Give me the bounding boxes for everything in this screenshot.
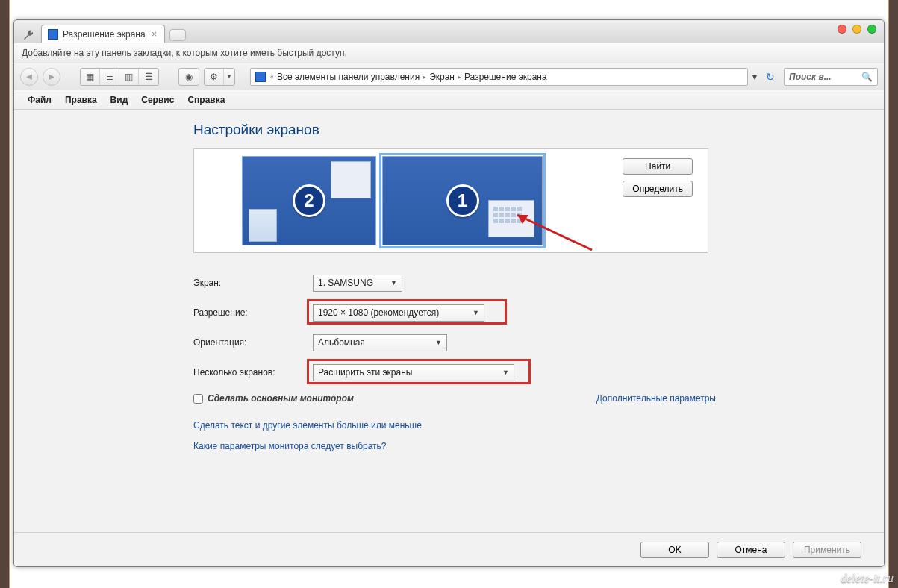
browser-tabstrip: Разрешение экрана × — [14, 20, 884, 43]
screen-label: Экран: — [193, 278, 313, 288]
menu-service[interactable]: Сервис — [135, 93, 180, 107]
orientation-label: Ориентация: — [193, 337, 313, 348]
chevron-left-icon: « — [270, 73, 274, 81]
app-window: Разрешение экрана × Добавляйте на эту па… — [13, 19, 885, 567]
gear-dropdown-icon[interactable]: ▼ — [224, 69, 234, 85]
dialog-footer: OK Отмена Применить — [14, 532, 884, 566]
explorer-toolbar: ◄ ► ▦ ≣ ▥ ☰ ◉ ⚙ ▼ « Все элементы панели … — [14, 63, 884, 90]
resolution-label: Разрешение: — [193, 307, 313, 318]
view-toolbar: ▦ ≣ ▥ ☰ — [80, 68, 159, 86]
monitor-layout-box: 2 1 Найти Определить — [193, 148, 708, 253]
chevron-down-icon: ▼ — [435, 339, 442, 346]
view-details-icon[interactable]: ☰ — [139, 69, 158, 85]
close-window-icon[interactable] — [838, 25, 846, 34]
settings-toolbar: ⚙ ▼ — [204, 68, 235, 86]
orientation-select[interactable]: Альбомная ▼ — [313, 334, 447, 351]
close-icon[interactable]: × — [150, 29, 159, 39]
apply-button[interactable]: Применить — [793, 542, 861, 558]
monitor-2[interactable]: 2 — [242, 156, 376, 245]
search-input[interactable]: Поиск в... 🔍 — [784, 68, 878, 86]
wrench-icon[interactable] — [20, 28, 37, 43]
screen-select[interactable]: 1. SAMSUNG ▼ — [313, 275, 402, 292]
page-title: Настройки экранов — [193, 122, 884, 138]
resolution-select[interactable]: 1920 × 1080 (рекомендуется) ▼ — [313, 304, 484, 322]
refresh-icon[interactable]: ↻ — [761, 68, 779, 86]
eye-icon[interactable]: ◉ — [179, 69, 199, 85]
bookmarks-hint: Добавляйте на эту панель закладки, к кот… — [22, 48, 347, 58]
breadcrumb-dropdown[interactable]: ▾ — [752, 72, 757, 82]
content-area: Настройки экранов 2 1 — [14, 110, 884, 532]
screen-value: 1. SAMSUNG — [318, 278, 373, 288]
menu-help[interactable]: Справка — [181, 93, 231, 107]
chevron-down-icon: ▼ — [502, 369, 509, 376]
search-placeholder: Поиск в... — [789, 72, 832, 82]
breadcrumb-root[interactable]: Все элементы панели управления — [277, 72, 420, 82]
search-icon: 🔍 — [861, 72, 873, 82]
maximize-window-icon[interactable] — [867, 25, 876, 34]
breadcrumb-mid[interactable]: Экран — [429, 72, 455, 82]
chevron-right-icon: ▸ — [423, 73, 426, 81]
menu-file[interactable]: Файл — [22, 93, 57, 107]
view-list-icon[interactable]: ≣ — [100, 69, 119, 85]
menu-edit[interactable]: Правка — [59, 93, 103, 107]
menu-bar: Файл Правка Вид Сервис Справка — [14, 90, 884, 110]
make-primary-label: Сделать основным монитором — [208, 393, 354, 404]
browser-tab[interactable]: Разрешение экрана × — [41, 25, 165, 43]
minimize-window-icon[interactable] — [852, 25, 861, 34]
monitor-number-badge: 2 — [293, 184, 325, 217]
breadcrumb[interactable]: « Все элементы панели управления ▸ Экран… — [250, 68, 748, 86]
preview-toolbar: ◉ — [178, 68, 199, 86]
favicon-icon — [48, 29, 58, 40]
ok-button[interactable]: OK — [640, 542, 709, 558]
new-tab-button[interactable] — [169, 29, 186, 41]
tab-title: Разрешение экрана — [63, 29, 146, 40]
cancel-button[interactable]: Отмена — [717, 542, 785, 558]
multi-value: Расширить эти экраны — [318, 367, 412, 378]
view-icons-icon[interactable]: ▦ — [81, 69, 100, 85]
detect-button[interactable]: Определить — [623, 181, 693, 197]
find-button[interactable]: Найти — [623, 158, 693, 175]
multi-label: Несколько экранов: — [193, 367, 313, 378]
chevron-down-icon: ▼ — [473, 309, 479, 316]
chevron-down-icon: ▼ — [390, 279, 397, 287]
orientation-value: Альбомная — [318, 337, 365, 348]
advanced-link[interactable]: Дополнительные параметры — [596, 393, 716, 404]
bookmarks-bar: Добавляйте на эту панель закладки, к кот… — [14, 43, 884, 63]
chevron-right-icon: ▸ — [458, 73, 461, 81]
monitor-number-badge: 1 — [446, 184, 479, 217]
which-settings-link[interactable]: Какие параметры монитора следует выбрать… — [193, 441, 723, 451]
make-primary-checkbox[interactable]: Сделать основным монитором — [193, 393, 354, 404]
gear-icon[interactable]: ⚙ — [205, 69, 224, 85]
window-controls — [838, 25, 876, 34]
checkbox-input[interactable] — [193, 394, 203, 404]
breadcrumb-leaf[interactable]: Разрешение экрана — [464, 72, 547, 82]
menu-view[interactable]: Вид — [105, 93, 134, 107]
resolution-value: 1920 × 1080 (рекомендуется) — [318, 307, 439, 318]
preview-window-icon — [331, 161, 371, 198]
back-button[interactable]: ◄ — [20, 68, 38, 86]
text-size-link[interactable]: Сделать текст и другие элементы больше и… — [193, 420, 723, 431]
preview-window-icon — [249, 209, 277, 242]
multi-select[interactable]: Расширить эти экраны ▼ — [313, 364, 514, 381]
monitor-1[interactable]: 1 — [382, 156, 543, 245]
forward-button[interactable]: ► — [43, 68, 60, 86]
view-columns-icon[interactable]: ▥ — [119, 69, 139, 85]
control-panel-icon — [255, 72, 266, 82]
preview-window-icon — [488, 200, 534, 237]
watermark: delete-it.ru — [841, 572, 894, 585]
settings-form: Экран: 1. SAMSUNG ▼ Разрешение: 1920 × 1… — [193, 268, 723, 451]
